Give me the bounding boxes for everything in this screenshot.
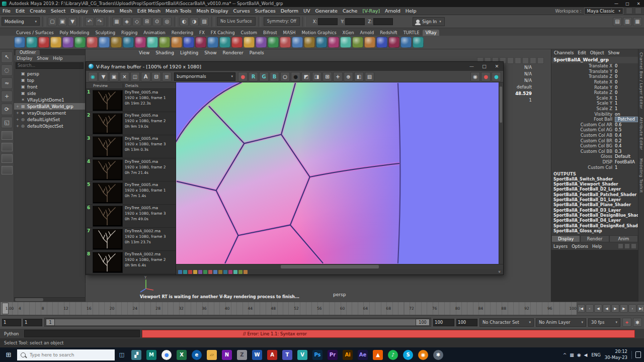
make-live-icon[interactable]: ◎ <box>163 17 172 26</box>
group-divider[interactable] <box>174 17 177 27</box>
history-row[interactable]: 4DryTree_0005.ma1920 x 1080, frame 20h 7… <box>86 158 176 182</box>
layer-tab-anim[interactable]: Anim <box>609 235 638 242</box>
output-node-sportballa-football-patched-shader[interactable]: SportBallA_FootBall_Patched_Shader <box>551 193 638 198</box>
menu-item-select[interactable]: Select <box>48 8 68 14</box>
viewport-menu-panels[interactable]: Panels <box>250 50 264 55</box>
vfb-compare-icon[interactable]: ⊟ <box>151 72 161 81</box>
shelf-tool-icon[interactable] <box>268 37 279 48</box>
paint-select-tool-icon[interactable]: ≈ <box>1 77 13 89</box>
vfb-channel-r-button[interactable]: R <box>249 72 258 81</box>
vfb-history-tool-icon[interactable] <box>213 270 217 274</box>
group-divider[interactable] <box>258 17 261 27</box>
menu-item-arnold[interactable]: Arnold <box>382 8 403 14</box>
shelf-tab-fx-caching[interactable]: FX Caching <box>208 30 238 36</box>
channel-attr-value[interactable]: FootBallA <box>615 159 638 164</box>
channel-attr-value[interactable]: 1 <box>615 96 638 101</box>
outliner-item-vraylightdome1[interactable]: ☀VRayLightDome1 <box>14 97 85 103</box>
playback-end-field[interactable] <box>433 319 454 326</box>
menu-item-mesh-tools[interactable]: Mesh Tools <box>163 8 194 14</box>
live-surface-field[interactable]: No Live Surface <box>217 17 256 26</box>
playback-button-2[interactable]: ◀ <box>594 304 602 313</box>
history-row[interactable]: 3DryTree_0005.ma1920 x 1080, frame 30h 1… <box>86 135 176 158</box>
shelf-tab-mash[interactable]: MASH <box>280 30 299 36</box>
vfb-region-render-icon[interactable]: ⊞ <box>323 72 332 81</box>
viewport-menu-renderer[interactable]: Renderer <box>223 50 244 55</box>
menu-item-uv[interactable]: UV <box>301 8 312 14</box>
snap-view-plane-icon[interactable]: ⊙ <box>152 17 162 26</box>
outliner-item-defaultlightset[interactable]: +◎defaultLightSet <box>14 116 85 123</box>
settings-app-icon[interactable]: ✱ <box>431 347 446 362</box>
output-node-sportballa-switch-shader[interactable]: SportBallA_Switch_Shader <box>551 177 638 182</box>
vfb-mono-icon[interactable]: ◨ <box>312 72 321 81</box>
menu-set-selector[interactable]: Modeling ▾ <box>2 17 40 26</box>
vfb-minimize-button[interactable]: — <box>465 62 478 71</box>
close-button[interactable]: ✕ <box>633 0 644 7</box>
outliner-tab[interactable]: Outliner <box>16 50 40 55</box>
snap-curve-icon[interactable]: ◈ <box>122 17 131 26</box>
expander-icon[interactable]: + <box>16 124 20 128</box>
menu-item-surfaces[interactable]: Surfaces <box>253 8 278 14</box>
shelf-tab-fx[interactable]: FX <box>196 30 208 36</box>
time-slider[interactable]: 1.00481216202428323640444852566064687276… <box>0 302 577 315</box>
vfb-history-tool-icon[interactable] <box>223 270 227 274</box>
open-scene-icon[interactable]: ▣ <box>58 17 67 26</box>
vfb-channel-b-button[interactable]: B <box>270 72 279 81</box>
taskbar-search-input[interactable] <box>29 352 106 358</box>
channel-box-object-name[interactable]: SportBallA_World_grp <box>551 57 638 63</box>
channelbox-menu-edit[interactable]: Edit <box>578 50 586 56</box>
task-view-button[interactable]: ◫ <box>115 351 129 358</box>
workspace-selector[interactable]: Maya Classic ▾ <box>584 8 623 15</box>
vfb-history-tool-icon[interactable] <box>228 270 232 274</box>
playback-button-7[interactable]: ▶| <box>637 304 644 313</box>
vlc-app-icon[interactable]: ▲ <box>370 347 385 362</box>
shelf-tool-icon[interactable] <box>14 37 25 48</box>
vfb-render-last-icon[interactable]: ● <box>492 72 501 81</box>
channel-attr-value[interactable]: Default <box>615 154 638 159</box>
shelf-tab-sculpting[interactable]: Sculpting <box>92 30 118 36</box>
shelf-tool-icon[interactable] <box>340 37 351 48</box>
output-node-sportballa-gloss-exp[interactable]: SportBallA_Gloss_exp <box>551 229 638 234</box>
toggle-attribute-editor-icon[interactable]: ▤ <box>613 17 622 26</box>
output-node-sportballa-football-plane-shader[interactable]: SportBallA_FootBall_Plane_Shader <box>551 203 638 208</box>
vfb-history-tool-icon[interactable] <box>178 270 182 274</box>
group-divider[interactable] <box>211 17 214 27</box>
range-start-handle[interactable]: 1 <box>46 319 55 326</box>
layer-option-icon[interactable] <box>624 243 630 249</box>
shelf-tool-icon[interactable] <box>183 37 194 48</box>
vfb-stop-render-icon[interactable]: ● <box>481 72 491 81</box>
history-row[interactable]: 9DryTreeA_0002.ma <box>86 274 176 275</box>
vfb-vertical-scrollbar[interactable] <box>499 82 503 264</box>
channel-attr-value[interactable]: 0 <box>615 69 638 74</box>
shelf-tab-poly-modeling[interactable]: Poly Modeling <box>57 30 93 36</box>
tray-icon-3[interactable]: ◀ <box>584 352 588 357</box>
snap-grid-icon[interactable]: ▦ <box>112 17 121 26</box>
viewport-toolbar-icon[interactable] <box>530 57 536 64</box>
expand-chevron-icon[interactable]: » <box>497 270 502 273</box>
channel-attr-value[interactable]: 0 <box>615 79 638 84</box>
shelf-tool-icon[interactable] <box>147 37 158 48</box>
sidebar-tab-channel-box-layer-editor[interactable]: Channel Box / Layer Editor <box>639 52 643 109</box>
rotate-tool-icon[interactable]: ⟳ <box>1 104 13 115</box>
shelf-tool-icon[interactable] <box>304 37 315 48</box>
channel-attr-value[interactable]: 0.3 <box>615 149 638 154</box>
channel-attr-value[interactable]: 0.4 <box>615 143 638 148</box>
chrome-app-icon[interactable]: ● <box>159 347 174 362</box>
menu-item-curves[interactable]: Curves <box>231 8 253 14</box>
channel-attr-value[interactable]: 0 <box>615 90 638 95</box>
menu-item-edit-mesh[interactable]: Edit Mesh <box>135 8 163 14</box>
history-row[interactable]: 1DryTree_0005.ma1920 x 1080, frame 10h 1… <box>86 89 176 112</box>
vfb-history-tool-icon[interactable] <box>183 270 187 274</box>
vfb-menu-icon[interactable]: ≡ <box>162 72 172 81</box>
menu-item-file[interactable]: File <box>0 8 13 14</box>
output-node-sportballa-football-d3-layer[interactable]: SportBallA_FootBall_D3_Layer <box>551 208 638 213</box>
character-set-dropdown[interactable]: No Character Set ▾ <box>479 318 534 327</box>
layer-editor-list[interactable] <box>551 250 638 302</box>
minimize-button[interactable]: — <box>611 0 622 7</box>
vfb-channel-dropdown[interactable]: bumpnormals ▾ <box>174 72 235 81</box>
shelf-tool-icon[interactable] <box>207 37 218 48</box>
playback-button-6[interactable]: › <box>628 304 636 313</box>
spotify-app-icon[interactable]: ♪ <box>385 347 400 362</box>
vfb-history-tool-icon[interactable] <box>208 270 212 274</box>
channel-attr-value[interactable]: 0 <box>615 74 638 79</box>
vfb-track-mouse-icon[interactable]: + <box>333 72 343 81</box>
